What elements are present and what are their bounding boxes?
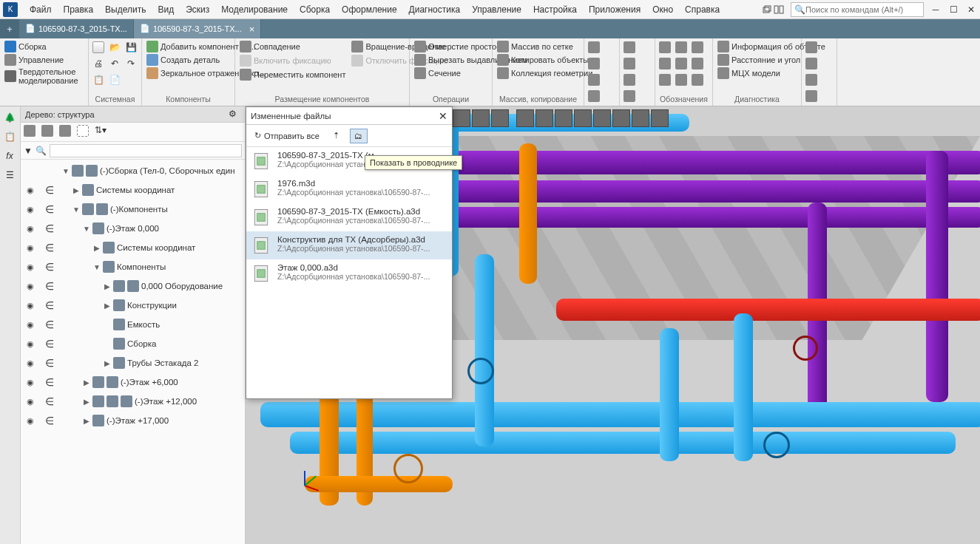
tree-settings-icon[interactable]: ⚙	[229, 109, 240, 120]
ribbon-copy-obj[interactable]: Копировать объекты	[495, 53, 591, 67]
tree-row[interactable]: ▶0,000 Оборудование	[21, 276, 245, 296]
annot-icon-8[interactable]	[674, 72, 689, 87]
filter-icon[interactable]: ▼	[24, 146, 33, 156]
visibility-icon[interactable]	[27, 378, 34, 387]
command-search-input[interactable]	[805, 5, 920, 14]
dim-icon-2[interactable]	[622, 56, 637, 71]
include-icon[interactable]	[45, 184, 54, 196]
ribbon-solid[interactable]: Твердотельное моделирование	[2, 67, 86, 86]
show-in-explorer-button[interactable]: 🗂	[350, 129, 368, 143]
visibility-icon[interactable]	[27, 186, 34, 195]
tree-row[interactable]: ▶Конструкции	[21, 296, 245, 315]
refresh-button[interactable]: ↻Отправить все	[251, 129, 323, 143]
document-tab-1[interactable]: 📄 106590-87-3_2015-TX...	[19, 19, 134, 38]
tree-row[interactable]: ▶Трубы Эстакада 2	[21, 353, 245, 373]
maximize-icon[interactable]: ☐	[947, 4, 959, 16]
ribbon-move-component[interactable]: Переместить компонент	[237, 68, 348, 81]
ribbon-collection[interactable]: Коллекция геометрии	[495, 67, 595, 80]
vt-tree-icon[interactable]: 🌲	[1, 109, 18, 126]
tree-tb-5[interactable]: ⇅▾	[95, 125, 109, 140]
menu-assembly[interactable]: Сборка	[294, 1, 336, 18]
include-icon[interactable]	[45, 280, 54, 292]
visibility-icon[interactable]	[27, 224, 34, 234]
copy-icon[interactable]: 📋	[91, 72, 106, 87]
include-icon[interactable]	[45, 222, 54, 234]
include-icon[interactable]	[45, 203, 54, 215]
file-item[interactable]: Этаж 0,000.a3dZ:\Адсорбционная установка…	[246, 259, 452, 288]
include-icon[interactable]	[45, 261, 54, 273]
include-icon[interactable]	[45, 395, 54, 407]
ribbon-create-part[interactable]: Создать деталь	[144, 53, 222, 67]
save-icon[interactable]: 💾	[124, 40, 138, 55]
menu-settings[interactable]: Настройка	[527, 1, 583, 18]
expand-toggle[interactable]: ▼	[83, 225, 90, 233]
redo-icon[interactable]: ↷	[124, 56, 138, 71]
draw-icon-1[interactable]	[804, 40, 819, 55]
visibility-icon[interactable]	[27, 397, 34, 407]
command-search[interactable]: 🔍	[791, 2, 924, 17]
tree-row[interactable]: ▶(-)Этаж +17,000	[21, 411, 245, 430]
draw-icon-4[interactable]	[804, 89, 819, 103]
vp-tool[interactable]	[651, 109, 669, 127]
expand-toggle[interactable]: ▶	[72, 186, 80, 194]
visibility-icon[interactable]	[27, 320, 34, 330]
tree-row[interactable]: ▼(-)Этаж 0,000	[21, 219, 245, 238]
aux-icon-2[interactable]	[587, 56, 601, 71]
include-icon[interactable]	[45, 415, 54, 426]
vp-tool[interactable]	[555, 109, 572, 127]
ribbon-mass[interactable]: МЦХ модели	[715, 67, 783, 80]
file-item[interactable]: Конструктив для ТХ (Адсорберы).a3dZ:\Адс…	[246, 231, 452, 259]
ribbon-distance[interactable]: Расстояние и угол	[715, 53, 802, 67]
tree-tb-2[interactable]	[41, 125, 56, 140]
expand-toggle[interactable]: ▶	[104, 302, 111, 310]
tree-row[interactable]: Емкость	[21, 315, 245, 334]
annot-icon-3[interactable]	[690, 40, 705, 55]
tree-tb-1[interactable]	[24, 125, 38, 140]
dim-icon-4[interactable]	[622, 89, 637, 103]
window-tile-icon[interactable]	[773, 4, 785, 16]
vp-tool[interactable]	[453, 109, 470, 127]
expand-toggle[interactable]: ▶	[93, 244, 101, 252]
include-icon[interactable]	[45, 357, 54, 369]
annot-icon-1[interactable]	[658, 40, 672, 55]
expand-toggle[interactable]: ▼	[93, 263, 101, 271]
vp-tool[interactable]	[632, 109, 649, 127]
expand-toggle[interactable]: ▶	[83, 398, 90, 406]
annot-icon-6[interactable]	[690, 56, 705, 71]
tree-tb-4[interactable]	[77, 125, 92, 140]
annot-icon-5[interactable]	[674, 56, 689, 71]
expand-toggle[interactable]: ▶	[83, 417, 90, 425]
tree-row[interactable]: ▼(-)Сборка (Тел-0, Сборочных един	[21, 161, 245, 180]
visibility-icon[interactable]	[27, 205, 34, 214]
annot-icon-9[interactable]	[690, 72, 705, 87]
dim-icon-1[interactable]	[622, 40, 637, 55]
upload-icon[interactable]: ⇡	[328, 129, 345, 143]
menu-diagnostics[interactable]: Диагностика	[403, 1, 467, 18]
minimize-icon[interactable]: ─	[930, 4, 942, 16]
menu-select[interactable]: Выделить	[99, 1, 152, 18]
dim-icon-3[interactable]	[622, 72, 637, 87]
include-icon[interactable]	[45, 242, 54, 254]
annot-icon-7[interactable]	[658, 72, 672, 87]
menu-window[interactable]: Окно	[646, 1, 679, 18]
include-icon[interactable]	[45, 338, 54, 350]
include-icon[interactable]	[45, 319, 54, 330]
menu-file[interactable]: Файл	[24, 1, 58, 18]
include-icon[interactable]	[45, 299, 54, 311]
ribbon-hole[interactable]: Отверстие простое	[412, 40, 503, 53]
menu-edit[interactable]: Правка	[58, 1, 100, 18]
visibility-icon[interactable]	[27, 301, 34, 310]
expand-toggle[interactable]: ▼	[62, 167, 70, 175]
visibility-icon[interactable]	[27, 262, 34, 272]
menu-modeling[interactable]: Моделирование	[215, 1, 294, 18]
draw-icon-2[interactable]	[804, 56, 819, 71]
tree-row[interactable]: ▶(-)Этаж +12,000	[21, 392, 245, 411]
tree-row[interactable]: ▶Системы координат	[21, 238, 245, 257]
vt-list-icon[interactable]: ☰	[1, 167, 18, 183]
new-tab-button[interactable]: ＋	[0, 19, 19, 38]
menu-apps[interactable]: Приложения	[583, 1, 646, 18]
vp-tool[interactable]	[574, 109, 592, 127]
tab-close-icon[interactable]: ×	[249, 24, 255, 35]
vp-tool[interactable]	[612, 109, 630, 127]
paste-icon[interactable]: 📄	[107, 72, 122, 87]
